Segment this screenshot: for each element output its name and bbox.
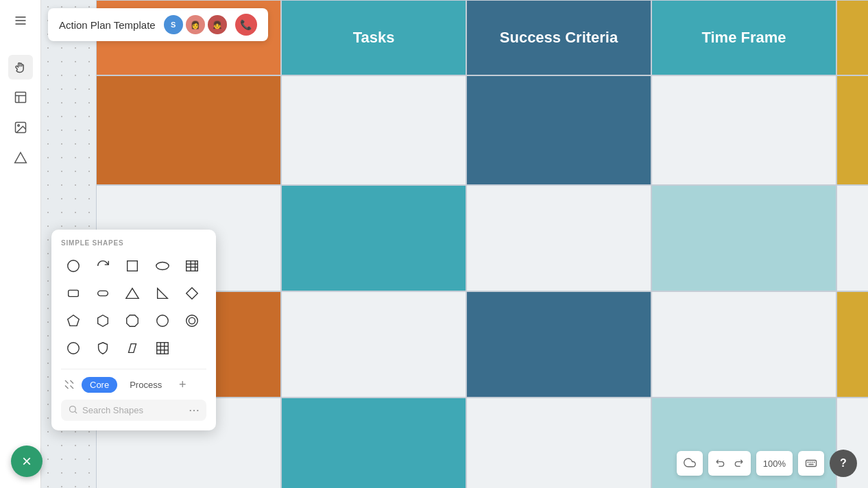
process-tab[interactable]: Process [121, 377, 170, 393]
row2-col3 [466, 75, 651, 185]
menu-icon[interactable] [8, 8, 33, 33]
cloud-save-button[interactable] [677, 451, 703, 476]
tasks-header-text: Tasks [353, 29, 395, 47]
svg-point-10 [156, 263, 168, 270]
redo-button[interactable] [733, 457, 744, 470]
help-text: ? [840, 457, 847, 469]
row2-col4 [651, 75, 836, 185]
zoom-percentage: 100% [763, 459, 786, 469]
header-success: Success Criteria [466, 0, 651, 75]
header-col5 [836, 0, 868, 75]
shape-pentagon[interactable] [61, 308, 86, 333]
shape-oval[interactable] [150, 254, 175, 278]
search-more-icon[interactable]: ⋯ [189, 404, 200, 417]
row5-col3 [466, 398, 651, 488]
svg-point-20 [189, 317, 195, 324]
left-sidebar [0, 0, 41, 488]
shape-tabs: Core Process + [61, 369, 206, 393]
shape-square[interactable] [120, 254, 145, 278]
header-timeframe: Time Frame [651, 0, 836, 75]
shape-search-bar[interactable]: Search Shapes ⋯ [61, 400, 206, 421]
shape-refresh[interactable] [91, 254, 115, 278]
svg-point-7 [17, 125, 19, 127]
svg-rect-17 [98, 291, 108, 295]
shape-empty [180, 336, 204, 361]
row3-col3 [466, 185, 651, 291]
svg-point-18 [156, 315, 168, 327]
shape-diamond[interactable] [180, 281, 204, 306]
row2-col2 [281, 75, 466, 185]
shape-parallelogram[interactable] [120, 336, 145, 361]
row4-col5 [836, 291, 868, 398]
shape-rounded-rect[interactable] [61, 281, 86, 306]
shapes-tab-icon [61, 376, 77, 393]
svg-rect-16 [69, 290, 79, 296]
shape-table[interactable] [180, 254, 204, 278]
shape-thin-circle[interactable] [180, 308, 204, 333]
shape-circle[interactable] [61, 254, 86, 278]
svg-line-28 [75, 411, 77, 413]
document-title: Action Plan Template [59, 19, 156, 31]
row3-col4 [651, 185, 836, 291]
top-bar: Action Plan Template S 👩 👧 📞 [48, 8, 268, 41]
search-icon [68, 404, 78, 417]
row4-col3 [466, 291, 651, 398]
shape-panel: SIMPLE SHAPES [51, 230, 216, 430]
svg-rect-9 [128, 261, 138, 271]
cloud-icon [684, 456, 696, 471]
image-icon[interactable] [8, 115, 33, 140]
row3-col5 [836, 185, 868, 291]
shape-stadium[interactable] [91, 281, 115, 306]
shape-right-triangle[interactable] [150, 281, 175, 306]
svg-point-8 [68, 260, 80, 272]
search-shapes-placeholder[interactable]: Search Shapes [82, 405, 184, 415]
svg-rect-29 [806, 461, 817, 467]
avatar-1: S [164, 15, 183, 34]
shapes-icon[interactable] [8, 145, 33, 170]
svg-rect-22 [156, 343, 168, 354]
undo-button[interactable] [715, 457, 726, 470]
svg-rect-3 [15, 93, 25, 103]
row5-col2 [281, 398, 466, 488]
core-tab[interactable]: Core [82, 377, 117, 393]
timeframe-header-text: Time Frame [701, 29, 786, 47]
row2-col5 [836, 75, 868, 185]
avatar-2: 👩 [186, 15, 205, 34]
success-header-text: Success Criteria [500, 29, 618, 47]
call-button[interactable]: 📞 [235, 14, 257, 36]
shapes-grid [61, 254, 206, 361]
fab-button[interactable]: × [11, 446, 43, 477]
shape-shield[interactable] [91, 336, 115, 361]
shape-grid[interactable] [150, 336, 175, 361]
frame-icon[interactable] [8, 85, 33, 110]
hand-tool-icon[interactable] [8, 55, 33, 80]
svg-rect-11 [186, 261, 198, 271]
avatar-3: 👧 [208, 15, 227, 34]
shape-octagon[interactable] [120, 308, 145, 333]
svg-point-27 [70, 406, 76, 412]
collaborator-avatars: S 👩 👧 [164, 15, 227, 34]
undo-redo-group [708, 451, 751, 476]
shape-circle3[interactable] [61, 336, 86, 361]
row4-col4 [651, 291, 836, 398]
svg-point-19 [186, 315, 198, 327]
shape-hexagon[interactable] [91, 308, 115, 333]
row3-col2 [281, 185, 466, 291]
section-label: SIMPLE SHAPES [61, 239, 206, 247]
keyboard-button[interactable] [798, 451, 824, 476]
svg-point-21 [68, 343, 80, 354]
row4-col2 [281, 291, 466, 398]
header-tasks: Tasks [281, 0, 466, 75]
row2-col1 [96, 75, 281, 185]
fab-icon: × [22, 453, 32, 469]
bottom-bar: 100% ? [677, 450, 857, 477]
help-button[interactable]: ? [830, 450, 857, 477]
shape-circle2[interactable] [150, 308, 175, 333]
shape-triangle[interactable] [120, 281, 145, 306]
zoom-control[interactable]: 100% [756, 451, 793, 476]
add-tab-button[interactable]: + [174, 376, 191, 393]
